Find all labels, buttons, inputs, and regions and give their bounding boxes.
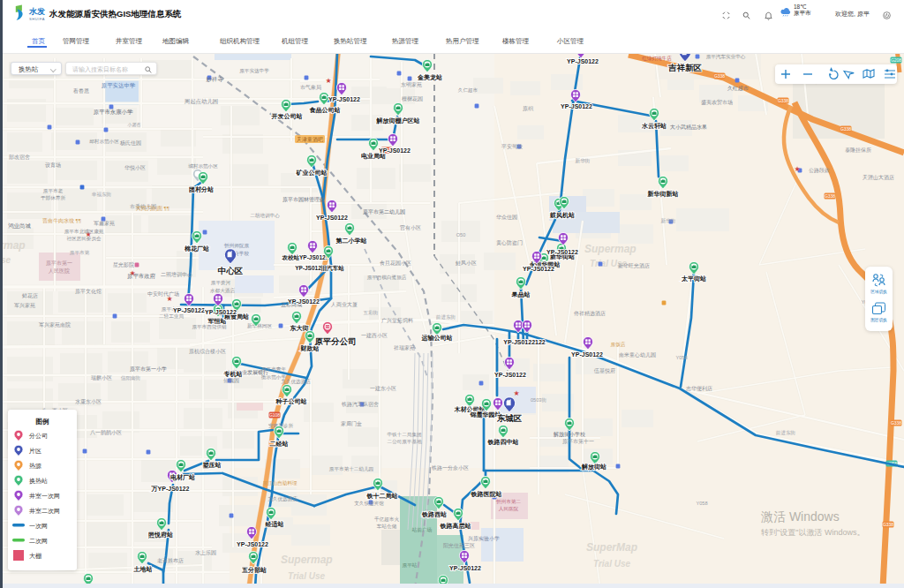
svg-text:Y058: Y058	[696, 501, 707, 506]
svg-text:YP-JS0122: YP-JS0122	[316, 215, 348, 221]
svg-text:前进东街: 前进东街	[435, 314, 456, 320]
svg-text:社区居民委员会: 社区居民委员会	[66, 236, 102, 242]
svg-text:原平市第一: 原平市第一	[46, 260, 72, 266]
svg-text:水云轩站: 水云轩站	[641, 123, 667, 130]
svg-text:原平市第二幼儿园: 原平市第二幼儿园	[363, 208, 405, 215]
svg-text:铁路四中站: 铁路四中站	[487, 438, 519, 446]
svg-text:鲜花店: 鲜花店	[21, 292, 38, 299]
svg-text:前进东街: 前进东街	[775, 430, 796, 436]
svg-text:站前广场: 站前广场	[411, 527, 433, 533]
svg-text:水都大酒店: 水都大酒店	[209, 288, 235, 294]
svg-text:★: ★	[325, 77, 331, 85]
svg-text:水上乐园: 水上乐园	[195, 550, 216, 556]
svg-text:原平丹棋白鹭旅店: 原平丹棋白鹭旅店	[367, 275, 407, 281]
svg-text:仙槐园: 仙槐园	[223, 378, 239, 384]
svg-text:杨氏佳园: 杨氏佳园	[119, 140, 141, 147]
svg-text:照悦府站: 照悦府站	[148, 531, 173, 539]
svg-text:第二小学站: 第二小学站	[335, 237, 367, 245]
svg-text:黄心防盗门: 黄心防盗门	[496, 239, 523, 246]
svg-text:人商业大厦: 人商业大厦	[330, 301, 358, 308]
svg-text:一建西小区: 一建西小区	[361, 332, 388, 339]
svg-text:YP-JS0122122: YP-JS0122122	[503, 339, 546, 345]
svg-text:志华便利店: 志华便利店	[685, 385, 712, 392]
svg-text:人民医院: 人民医院	[48, 268, 70, 275]
svg-text:太平街站: 太平街站	[681, 275, 706, 283]
svg-text:片区: 片区	[29, 448, 41, 455]
svg-text:SuperMap: SuperMap	[586, 541, 637, 554]
svg-text:二经站: 二经站	[270, 441, 289, 448]
svg-text:原平市北城区康苑: 原平市北城区康苑	[64, 229, 104, 235]
svg-text:二次网: 二次网	[29, 538, 48, 545]
svg-text:幸福东街: 幸福东街	[92, 192, 112, 198]
svg-text:部改宿舍: 部改宿舍	[8, 154, 30, 161]
svg-text:G338: G338	[891, 420, 901, 426]
svg-text:晋南牛肉水饺 ¶¶: 晋南牛肉水饺 ¶¶	[42, 217, 81, 224]
svg-text:原平市第一小学: 原平市第一小学	[130, 366, 167, 372]
svg-text:运输公司站: 运输公司站	[421, 334, 453, 342]
svg-text:八一䴖䴖小区: 八一䴖䴖小区	[90, 429, 122, 435]
svg-text:YP-JS0122: YP-JS0122	[328, 96, 360, 102]
svg-text:祥瑞家苑: 祥瑞家苑	[394, 344, 415, 351]
svg-text:原平市永康小学: 原平市永康小学	[94, 109, 133, 116]
svg-text:井室一次网: 井室一次网	[29, 493, 60, 500]
svg-text:华悦小区: 华悦小区	[124, 164, 146, 171]
svg-text:二轻工业局: 二轻工业局	[159, 313, 184, 320]
svg-text:星光影院: 星光影院	[113, 261, 134, 268]
svg-text:原机综合楼小区: 原机综合楼小区	[189, 348, 226, 355]
svg-text:天津童酒吧: 天津童酒吧	[297, 136, 323, 143]
svg-text:广兴堂药饲料: 广兴堂药饲料	[381, 317, 413, 324]
svg-text:久仁超市: 久仁超市	[458, 87, 478, 94]
svg-text:二胡培训中心: 二胡培训中心	[250, 213, 280, 219]
svg-text:原平分公司: 原平分公司	[313, 336, 357, 346]
svg-text:Trial Use: Trial Use	[593, 559, 630, 569]
svg-text:铁路西站: 铁路西站	[421, 511, 447, 518]
svg-text:屋江山自助料理: 屋江山自助料理	[262, 480, 298, 486]
svg-text:瑞麒小区: 瑞麒小区	[91, 374, 112, 381]
svg-text:解放街站: 解放街站	[581, 464, 606, 471]
svg-text:中安时代广场: 中安时代广场	[147, 290, 179, 298]
svg-text:专机站: 专机站	[223, 370, 243, 378]
svg-text:棉花厂站: 棉花厂站	[184, 245, 209, 253]
svg-text:公路段政: 公路段政	[809, 167, 830, 174]
svg-text:解放街棚户区站: 解放街棚户区站	[376, 117, 420, 124]
svg-text:忻州师院原: 忻州师院原	[223, 243, 249, 249]
svg-text:信阳南街: 信阳南街	[121, 375, 141, 381]
svg-text:G338: G338	[883, 522, 893, 527]
svg-text:O50: O50	[456, 232, 466, 237]
svg-text:YP-JS012旧汽车站: YP-JS012旧汽车站	[295, 265, 344, 272]
svg-text:热源: 热源	[29, 463, 41, 469]
svg-text:G338: G338	[714, 73, 725, 79]
svg-text:檀樨花园: 檀樨花园	[402, 95, 423, 102]
svg-text:东明家苑: 东明家苑	[401, 81, 422, 88]
svg-text:吉祥新区: 吉祥新区	[667, 63, 703, 72]
svg-text:人民医院: 人民医院	[499, 506, 519, 512]
svg-text:食且花园小区: 食且花园小区	[380, 260, 411, 267]
svg-text:铁路高层站: 铁路高层站	[440, 522, 471, 530]
svg-text:电业局站: 电业局站	[361, 153, 386, 160]
svg-text:大同刀削面 ¶¶: 大同刀削面 ¶¶	[136, 205, 170, 212]
svg-text:Trial Use: Trial Use	[288, 571, 325, 581]
svg-text:原平市第十二幼儿园: 原平市第十二幼儿园	[329, 466, 373, 472]
svg-text:二照培训中心: 二照培训中心	[161, 271, 192, 278]
svg-text:鸿业尚城: 鸿业尚城	[8, 222, 31, 230]
svg-text:原织: 原织	[523, 105, 534, 111]
svg-text:原平汽车实业中心: 原平汽车实业中心	[706, 54, 746, 60]
svg-text:老百姓布店: 老百姓布店	[157, 557, 184, 564]
svg-text:九久优选酒店: 九久优选酒店	[281, 379, 311, 385]
svg-text:鼓风机站: 鼓风机站	[549, 212, 575, 219]
svg-text:周起点幼儿园: 周起点幼儿园	[185, 98, 218, 105]
svg-text:原平市第十一: 原平市第十一	[562, 438, 594, 444]
svg-text:妙祥寺: 妙祥寺	[206, 76, 223, 83]
svg-text:水康东小区: 水康东小区	[75, 398, 102, 405]
svg-text:原平市西贷供销: 原平市西贷供销	[192, 324, 227, 329]
svg-text:泰隆担保所: 泰隆担保所	[845, 147, 871, 154]
svg-text:鲑风小区: 鲑风小区	[455, 260, 477, 266]
svg-text:市气象局: 市气象局	[300, 84, 321, 91]
svg-text:Supermap: Supermap	[584, 243, 637, 255]
svg-text:东大街: 东大街	[290, 324, 309, 332]
svg-text:YP-JS0122: YP-JS0122	[379, 147, 411, 154]
svg-text:电材厂站: 电材厂站	[170, 473, 195, 481]
svg-text:军兴家苑南院: 军兴家苑南院	[39, 321, 71, 328]
svg-text:红绿灯纯牛店: 红绿灯纯牛店	[642, 56, 672, 62]
svg-text:新华街新站: 新华街新站	[647, 190, 679, 198]
